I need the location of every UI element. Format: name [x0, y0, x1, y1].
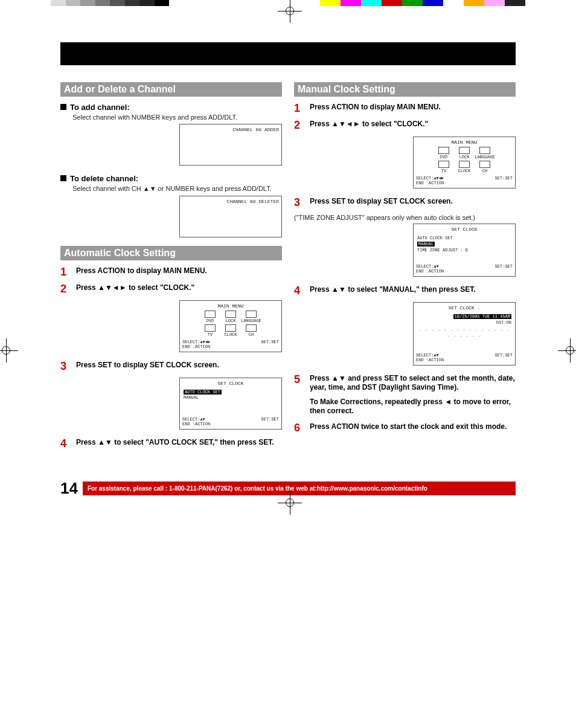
osd-foot: SELECT:▲▼◄►	[182, 340, 210, 344]
auto-step-2: 2 Press ▲▼◄► to select "CLOCK."	[60, 283, 282, 294]
bullet-icon	[60, 175, 66, 181]
osd-text: CHANNEL 08 ADDED	[182, 127, 279, 132]
menu-label: LOCK	[226, 318, 236, 323]
menu-label: LOCK	[459, 155, 470, 159]
step-body: Press ACTION to display MAIN MENU.	[76, 266, 282, 277]
left-column: Add or Delete a Channel To add channel: …	[60, 77, 282, 455]
menu-label: CH	[482, 169, 487, 173]
menu-icon	[438, 147, 449, 154]
osd-highlight: AUTO CLOCK SET	[184, 390, 222, 395]
osd-title: MAIN MENU	[182, 303, 279, 309]
step-number: 4	[60, 438, 70, 449]
manual-step-3: 3 Press SET to display SET CLOCK screen.	[294, 197, 516, 208]
menu-label: TV	[208, 332, 213, 337]
osd-line: MANUAL	[184, 395, 278, 401]
add-channel-label: To add channel:	[70, 103, 130, 112]
add-channel-body: Select channel with NUMBER keys and pres…	[72, 113, 282, 121]
section-auto-clock: Automatic Clock Setting	[60, 246, 282, 260]
osd-foot: SET:SET	[261, 340, 279, 349]
arrow-udlr-icon: ▲▼◄►	[331, 120, 360, 128]
step-body: Press ▲▼ and press SET to select and set…	[310, 374, 516, 416]
manual-step-5: 5 Press ▲▼ and press SET to select and s…	[294, 374, 516, 416]
menu-label: CLOCK	[458, 169, 470, 173]
step-number: 4	[294, 285, 304, 296]
osd-set-clock-manual: SET CLOCK AUTO CLOCK SET MANUAL TIME ZON…	[413, 224, 516, 277]
menu-icon	[479, 161, 490, 168]
crop-mark-right	[558, 338, 576, 362]
osd-foot: SELECT:▲▼	[416, 264, 444, 269]
osd-line: AUTO CLOCK SET	[417, 236, 511, 242]
s4b: to select "AUTO CLOCK SET," then press S…	[112, 438, 274, 446]
osd-title: SET CLOCK .	[416, 305, 513, 311]
osd-title: SET CLOCK	[182, 381, 279, 386]
s2b: to select "CLOCK."	[127, 283, 195, 292]
step-body: Press ▲▼ to select "AUTO CLOCK SET," the…	[76, 438, 282, 449]
step-body: Press ▲▼ to select "MANUAL," then press …	[310, 285, 516, 296]
menu-label: DVD	[206, 318, 214, 323]
menu-label: DVD	[440, 155, 448, 159]
osd-foot: END :ACTION	[416, 181, 444, 185]
step-body: Press ACTION to display MAIN MENU.	[310, 103, 516, 114]
arrow-ud-icon: ▲▼	[331, 374, 346, 382]
step-number: 3	[60, 361, 70, 372]
s2b: to select "CLOCK."	[360, 120, 429, 128]
osd-foot: SELECT:▲▼	[182, 417, 210, 422]
menu-label: LANGUAGE	[475, 155, 495, 159]
add-channel-heading: To add channel:	[60, 103, 282, 112]
section-add-delete: Add or Delete a Channel	[60, 82, 282, 97]
step-body: Press SET to display SET CLOCK screen.	[310, 197, 516, 207]
osd-foot: SET:SET	[495, 353, 513, 362]
arrow-ud-icon: ▲▼	[143, 185, 156, 192]
auto-step-1: 1 Press ACTION to display MAIN MENU.	[60, 266, 282, 277]
arrow-udlr-icon: ▲▼◄►	[98, 283, 127, 292]
menu-label: CLOCK	[224, 332, 237, 337]
osd-text: CHANNEL 08 DELETED	[182, 199, 279, 204]
manual-step-6: 6 Press ACTION twice to start the clock …	[294, 422, 516, 433]
osd-foot: SELECT:▲▼	[416, 353, 444, 358]
osd-foot: END :ACTION	[182, 344, 210, 349]
arrow-ud-icon: ▲▼	[98, 438, 112, 446]
header-bar	[60, 42, 516, 65]
crop-mark-left	[0, 338, 18, 362]
step-body: Press ▲▼◄► to select "CLOCK."	[310, 120, 516, 130]
osd-foot: SELECT:▲▼◄►	[416, 176, 444, 181]
osd-channel-added: CHANNEL 08 ADDED	[179, 124, 282, 166]
arrow-left-icon: ◄	[444, 398, 452, 406]
step-number: 1	[60, 266, 70, 277]
s4a: Press	[310, 285, 331, 294]
arrow-ud-icon: ▲▼	[331, 285, 346, 294]
manual-step-1: 1 Press ACTION to display MAIN MENU.	[294, 103, 516, 114]
delete-channel-label: To delete channel:	[70, 174, 138, 183]
menu-icon	[246, 311, 257, 318]
manual-step-4: 4 Press ▲▼ to select "MANUAL," then pres…	[294, 285, 516, 296]
osd-foot: SET:SET	[495, 176, 513, 185]
osd-main-menu-right: MAIN MENU DVD LOCK LANGUAGE TV CLOCK CH …	[413, 137, 516, 188]
menu-label: LANGUAGE	[241, 318, 261, 323]
osd-title: SET CLOCK	[416, 227, 513, 232]
right-column: Manual Clock Setting 1 Press ACTION to d…	[294, 77, 516, 455]
step-number: 5	[294, 374, 304, 416]
s4b: to select "MANUAL," then press SET.	[346, 285, 476, 294]
section-manual-clock: Manual Clock Setting	[294, 82, 516, 97]
osd-title: MAIN MENU	[416, 140, 513, 145]
step-number: 6	[294, 422, 304, 433]
manual-step-2: 2 Press ▲▼◄► to select "CLOCK."	[294, 120, 516, 130]
delete-channel-heading: To delete channel:	[60, 174, 282, 183]
menu-icon	[459, 161, 470, 168]
osd-separator: - - - - - - - - - - - - - - - - - - - - …	[417, 327, 511, 340]
menu-icon	[225, 311, 236, 318]
color-bar-right	[320, 0, 525, 6]
osd-foot: SET:SET	[495, 264, 513, 274]
menu-icon	[479, 147, 490, 154]
delete-channel-body: Select channel with CH ▲▼ or NUMBER keys…	[72, 184, 282, 193]
bullet-icon	[60, 104, 66, 110]
osd-line: DST:ON	[417, 320, 511, 326]
osd-foot: END :ACTION	[416, 269, 444, 274]
s2a: Press	[310, 120, 331, 128]
osd-highlight: MANUAL	[417, 242, 435, 246]
osd-set-clock-time: SET CLOCK . 10/25/2005 TUE 11:45AM DST:O…	[413, 302, 516, 365]
osd-foot: END :ACTION	[182, 422, 210, 427]
menu-label: TV	[441, 169, 446, 173]
step-number: 2	[294, 120, 304, 130]
auto-step-4: 4 Press ▲▼ to select "AUTO CLOCK SET," t…	[60, 438, 282, 449]
